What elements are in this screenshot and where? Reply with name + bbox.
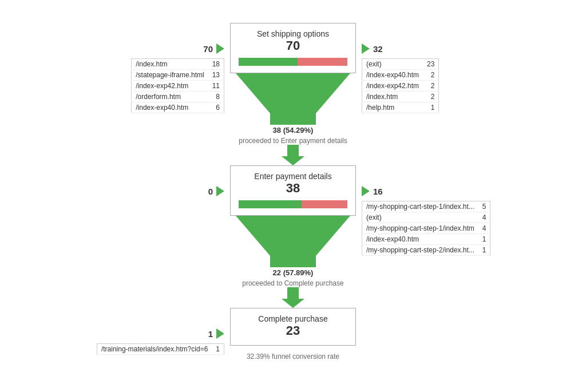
table-row: /my-shopping-cart-step-2/index.ht...1 bbox=[362, 245, 490, 256]
step3-left-arrow-icon bbox=[216, 328, 224, 339]
step2-title: Enter payment details bbox=[239, 172, 347, 181]
table-row: (exit)4 bbox=[362, 212, 490, 223]
step3-count: 23 bbox=[239, 323, 347, 338]
step2-progress bbox=[239, 200, 347, 208]
step1-exit-table: (exit)23/index-exp40.htm2/index-exp42.ht… bbox=[362, 58, 439, 113]
svg-marker-1 bbox=[270, 113, 316, 125]
step1-proceed-count: 38 (54.29%) bbox=[273, 126, 314, 134]
step2-right-col: 16 /my-shopping-cart-step-1/index.ht...5… bbox=[356, 165, 516, 256]
step2-node: Enter payment details 38 bbox=[230, 165, 356, 216]
step3-left-count: 1 bbox=[208, 329, 213, 339]
step2-arrow-down bbox=[282, 287, 304, 308]
step1-progress bbox=[239, 58, 347, 66]
svg-marker-3 bbox=[236, 216, 350, 256]
step2-block: 0 Enter payment details 38 22 (57.89%) bbox=[13, 165, 573, 308]
table-row: /my-shopping-cart-step-1/index.ht...5 bbox=[362, 201, 490, 212]
step2-right-count: 16 bbox=[373, 187, 383, 196]
step1-left-col: 70 /index.htm18/statepage-iframe.html13/… bbox=[70, 23, 230, 113]
step1-right-count: 32 bbox=[373, 44, 383, 54]
step1-count: 70 bbox=[239, 38, 347, 53]
table-row: /index.htm2 bbox=[362, 92, 439, 102]
table-row: /index.htm18 bbox=[132, 59, 224, 70]
step3-source-table: /training-materials/index.htm?cid=61 bbox=[97, 343, 224, 355]
step1-funnel-svg bbox=[230, 73, 356, 125]
step2-funnel-svg bbox=[230, 216, 356, 267]
table-row: /my-shopping-cart-step-1/index.htm4 bbox=[362, 223, 490, 234]
step3-title: Complete purchase bbox=[239, 314, 347, 323]
step3-center: Complete purchase 23 32.39% funnel conve… bbox=[230, 308, 356, 361]
table-row: /help.htm1 bbox=[362, 102, 439, 113]
step1-bar-red bbox=[298, 58, 347, 66]
step3-rate-label: 32.39% funnel conversion rate bbox=[247, 353, 339, 361]
step3-left-col: 1 /training-materials/index.htm?cid=61 bbox=[70, 308, 230, 355]
table-row: /index-exp40.htm6 bbox=[132, 102, 224, 113]
step1-proceed-label: proceeded to Enter payment details bbox=[239, 137, 347, 145]
table-row: (exit)23 bbox=[362, 59, 439, 70]
step2-proceed-label: proceeded to Complete purchase bbox=[242, 279, 343, 287]
step2-left-col: 0 bbox=[70, 165, 230, 201]
step1-arrow-down bbox=[282, 145, 304, 165]
step2-proceed-info: 22 (57.89%) proceeded to Complete purcha… bbox=[242, 268, 343, 287]
step1-left-count: 70 bbox=[203, 44, 213, 54]
step2-bar-green bbox=[239, 200, 302, 208]
table-row: /index-exp40.htm1 bbox=[362, 234, 490, 245]
step1-left-arrow-icon bbox=[216, 43, 224, 54]
svg-marker-5 bbox=[282, 287, 304, 308]
step1-block: 70 /index.htm18/statepage-iframe.html13/… bbox=[13, 23, 573, 165]
svg-marker-0 bbox=[236, 73, 350, 113]
table-row: /index-exp42.htm2 bbox=[362, 81, 439, 92]
svg-marker-4 bbox=[270, 256, 316, 267]
step1-right-col: 32 (exit)23/index-exp40.htm2/index-exp42… bbox=[356, 23, 516, 113]
step3-conversion-label: 32.39% funnel conversion rate bbox=[247, 350, 339, 361]
step1-title: Set shipping options bbox=[239, 29, 347, 38]
step1-bar-green bbox=[239, 58, 298, 66]
step2-proceed-count: 22 (57.89%) bbox=[273, 268, 314, 277]
table-row: /index-exp40.htm2 bbox=[362, 70, 439, 81]
step1-center: Set shipping options 70 38 (54.29%) proc… bbox=[230, 23, 356, 165]
table-row: /statepage-iframe.html13 bbox=[132, 70, 224, 81]
step1-source-table: /index.htm18/statepage-iframe.html13/ind… bbox=[131, 58, 224, 113]
step1-proceed-info: 38 (54.29%) proceeded to Enter payment d… bbox=[239, 126, 347, 145]
step2-exit-table: /my-shopping-cart-step-1/index.ht...5(ex… bbox=[362, 201, 490, 256]
step2-count: 38 bbox=[239, 181, 347, 196]
step1-right-arrow-icon bbox=[362, 43, 370, 54]
step2-right-arrow-icon bbox=[362, 186, 370, 196]
funnel-container: 70 /index.htm18/statepage-iframe.html13/… bbox=[13, 23, 573, 361]
step3-block: 1 /training-materials/index.htm?cid=61 C… bbox=[13, 308, 573, 361]
step2-bar-red bbox=[302, 200, 347, 208]
step1-node: Set shipping options 70 bbox=[230, 23, 356, 73]
table-row: /orderform.htm8 bbox=[132, 92, 224, 102]
step2-left-count: 0 bbox=[208, 187, 213, 196]
svg-marker-2 bbox=[282, 145, 304, 165]
step2-left-arrow-icon bbox=[216, 186, 224, 196]
step3-node: Complete purchase 23 bbox=[230, 308, 356, 346]
table-row: /training-materials/index.htm?cid=61 bbox=[97, 344, 224, 355]
table-row: /index-exp42.htm11 bbox=[132, 81, 224, 92]
step2-center: Enter payment details 38 22 (57.89%) pro… bbox=[230, 165, 356, 308]
